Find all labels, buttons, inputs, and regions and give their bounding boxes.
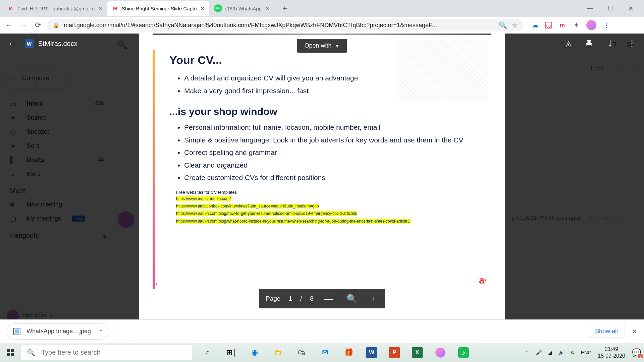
system-tray: ⌃ 🎤 ◢ 🔊 ↻ ENG 21:49 15-09-2020 💬2 (525, 346, 644, 359)
mail-app-icon[interactable]: ✉ (319, 347, 331, 358)
new-tab-button[interactable]: + (277, 4, 292, 13)
viewer-more-icon[interactable]: ⋮ (628, 39, 636, 48)
file-explorer-icon[interactable]: 🗀 (272, 347, 284, 358)
tab-title: (169) WhatsApp (225, 6, 262, 11)
maximize-icon[interactable]: ❐ (604, 3, 618, 13)
links-heading: Free websites for CV templates (176, 190, 485, 195)
page-control-bar: Page 1 / 8 — 🔍 + (259, 289, 385, 308)
doc-link[interactable]: https://www.ambitionbox.com/interviews?u… (176, 204, 319, 208)
notifications-icon[interactable]: 💬2 (631, 348, 641, 358)
extensions-icon[interactable]: ✦ (572, 21, 580, 29)
doc-bullet: Clear and organized (184, 160, 485, 171)
wifi-icon[interactable]: ◢ (548, 350, 552, 356)
whatsapp-favicon-icon: 99+ (214, 4, 222, 12)
doc-link[interactable]: https://www.naukri.com/blog/what-not-to-… (176, 219, 411, 224)
show-all-button[interactable]: Show all (588, 325, 625, 338)
shelf-close-icon[interactable]: ✕ (632, 327, 637, 336)
doc-links-list: https://www.monsterindia.com/ https://ww… (176, 195, 485, 225)
download-item[interactable]: WhatsApp Image....jpeg ⌃ (7, 323, 109, 340)
browser-tab-1[interactable]: M Shine Bright Seminar Slide Captu ✕ (107, 1, 209, 16)
search-placeholder: Type here to search (41, 349, 101, 356)
powerpoint-app-icon[interactable]: P (389, 347, 400, 358)
page-label: Page (266, 295, 280, 302)
doc-link[interactable]: https://www.naukri.com/blog/how-to-get-y… (176, 211, 357, 216)
forward-button[interactable]: → (19, 19, 29, 31)
clock-date: 15-09-2020 (598, 353, 625, 359)
microphone-icon[interactable]: 🎤 (536, 350, 542, 356)
doc-brand-logo-icon: a· (479, 275, 486, 286)
language-indicator[interactable]: ENG (581, 350, 592, 355)
lock-icon: 🔒 (53, 22, 60, 28)
download-icon[interactable]: ⭳ (606, 39, 614, 48)
pocket-icon[interactable]: ◡ (545, 22, 552, 28)
cortana-icon[interactable]: ○ (202, 347, 213, 358)
doc-page-number: 6 (155, 283, 158, 287)
gift-icon[interactable]: 🎁 (343, 347, 354, 358)
doc-bullet: Correct spelling and grammar (184, 147, 485, 158)
page-current[interactable]: 1 (288, 295, 292, 302)
open-with-label: Open with (305, 42, 332, 49)
url-text: mail.google.com/mail/u/1/#search/SathyaN… (64, 22, 495, 29)
document-page[interactable]: Your CV... A detailed and organized CV w… (139, 34, 505, 319)
gmail-favicon-icon: M (7, 5, 14, 12)
chrome-menu-icon[interactable]: ⋮ (602, 21, 610, 29)
gmail-favicon-icon: M (112, 5, 118, 12)
viewer-back-button[interactable]: ← (8, 39, 17, 49)
download-filename: WhatsApp Image....jpeg (26, 328, 91, 335)
star-icon[interactable]: ☆ (511, 21, 517, 29)
start-button[interactable] (0, 343, 21, 362)
close-icon[interactable]: ✕ (200, 5, 205, 12)
taskbar-apps: ○ ⊞∣ ◉ 🗀 🛍 ✉ 🎁 W P X ♪ (195, 347, 469, 358)
zoom-reset-button[interactable]: 🔍 (344, 294, 360, 304)
zoom-in-button[interactable]: + (368, 294, 378, 304)
profile-avatar[interactable] (586, 20, 596, 30)
close-icon[interactable]: ✕ (98, 5, 102, 12)
spotify-app-icon[interactable]: ♪ (458, 347, 469, 358)
open-with-button[interactable]: Open with ▼ (297, 39, 347, 53)
add-to-drive-icon[interactable]: ◬ (566, 39, 572, 48)
mega-icon[interactable]: m (558, 21, 566, 29)
page-separator: / (300, 295, 302, 302)
download-shelf: WhatsApp Image....jpeg ⌃ Show all ✕ (0, 319, 644, 343)
chevron-up-icon[interactable]: ⌃ (99, 329, 103, 334)
doc-bullet: Create customized CVs for different posi… (184, 172, 485, 183)
tab-strip: M Fwd: HR PPT - abhradita@gmail.c ✕ M Sh… (0, 0, 644, 17)
browser-tab-2[interactable]: 99+ (169) WhatsApp ✕ (209, 1, 274, 16)
tab-title: Shine Bright Seminar Slide Captu (122, 6, 197, 11)
divider (116, 323, 116, 340)
zoom-out-button[interactable]: — (322, 294, 336, 304)
tray-chevron-icon[interactable]: ⌃ (525, 350, 530, 356)
word-file-icon: W (25, 39, 34, 48)
notif-badge: 2 (638, 354, 643, 358)
address-bar[interactable]: 🔒 mail.google.com/mail/u/1/#search/Sathy… (47, 19, 523, 32)
chrome-app-icon[interactable] (435, 347, 446, 358)
edge-icon[interactable]: ◉ (249, 347, 260, 358)
back-button[interactable]: ← (4, 19, 14, 31)
browser-tab-0[interactable]: M Fwd: HR PPT - abhradita@gmail.c ✕ (3, 1, 107, 16)
browser-chrome: M Fwd: HR PPT - abhradita@gmail.c ✕ M Sh… (0, 0, 644, 34)
close-window-icon[interactable]: ✕ (624, 3, 637, 13)
task-view-icon[interactable]: ⊞∣ (225, 347, 237, 358)
window-controls: — ❐ ✕ (583, 3, 644, 13)
sync-icon[interactable]: ↻ (571, 350, 575, 356)
taskbar-search[interactable]: 🔍 Type here to search (21, 345, 192, 360)
chevron-down-icon: ▼ (335, 43, 340, 49)
doc-bullet: Personal information: full name, locatio… (184, 122, 485, 133)
search-icon: 🔍 (27, 349, 35, 357)
print-icon[interactable]: 🖶 (585, 39, 593, 48)
doc-bullet: Simple & positive language; Look in the … (184, 135, 485, 145)
doc-bullets-2: Personal information: full name, locatio… (169, 122, 485, 183)
onedrive-icon[interactable]: ☁ (531, 21, 539, 29)
taskbar-clock[interactable]: 21:49 15-09-2020 (598, 346, 625, 359)
excel-app-icon[interactable]: X (412, 347, 423, 358)
microsoft-store-icon[interactable]: 🛍 (296, 347, 307, 358)
word-app-icon[interactable]: W (366, 347, 377, 358)
close-icon[interactable]: ✕ (265, 5, 269, 12)
minimize-icon[interactable]: — (583, 3, 597, 13)
windows-taskbar: 🔍 Type here to search ○ ⊞∣ ◉ 🗀 🛍 ✉ 🎁 W P… (0, 343, 644, 362)
reload-button[interactable]: ⟳ (34, 19, 42, 31)
search-icon[interactable]: 🔍 (499, 21, 507, 29)
doc-link[interactable]: https://www.monsterindia.com/ (176, 196, 231, 201)
clock-time: 21:49 (598, 346, 625, 352)
volume-icon[interactable]: 🔊 (558, 350, 565, 356)
